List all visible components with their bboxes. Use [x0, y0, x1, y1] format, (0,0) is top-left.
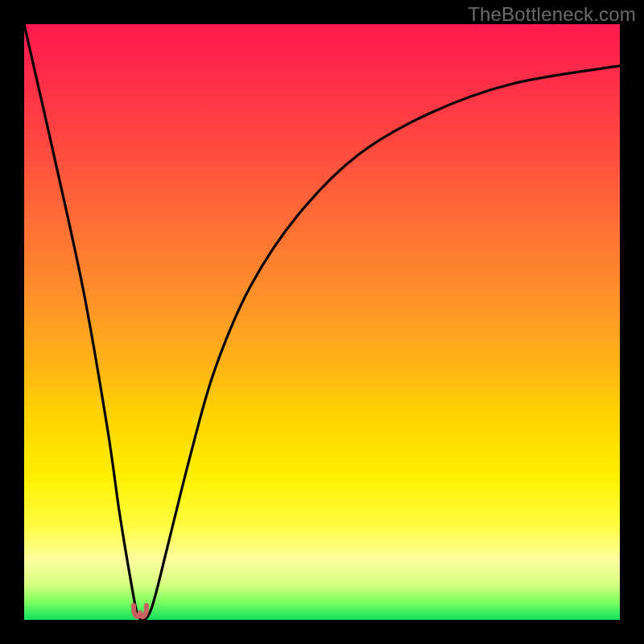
- watermark-text: TheBottleneck.com: [468, 3, 636, 26]
- chart-stage: TheBottleneck.com: [0, 0, 644, 644]
- bottleneck-curve: [24, 24, 620, 620]
- plot-area: [24, 24, 620, 620]
